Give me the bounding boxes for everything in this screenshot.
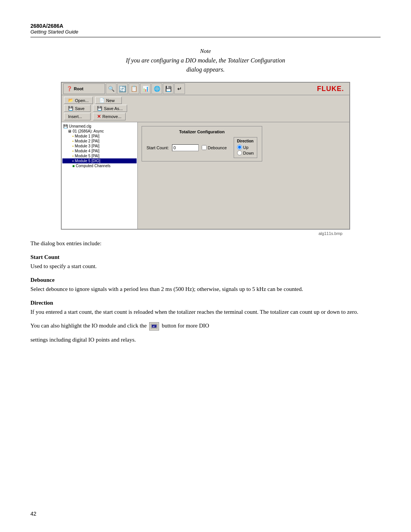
- page-header: 2680A/2686A Getting Started Guide: [30, 23, 381, 37]
- toolbar-enter-icon[interactable]: ↵: [174, 83, 185, 94]
- start-count-input[interactable]: [172, 144, 199, 151]
- root-text: Root: [74, 86, 83, 91]
- direction-body: If you entered a start count, the start …: [30, 307, 381, 316]
- direction-heading: Direction: [30, 298, 381, 307]
- toolbar-chart-icon[interactable]: 📊: [140, 83, 151, 94]
- header-title: 2680A/2686A: [30, 23, 381, 29]
- debounce-checkbox[interactable]: [202, 145, 207, 150]
- tree-item-module1[interactable]: ▪ Module 1 [PAI]: [62, 134, 137, 139]
- direction-box: Direction Up Down: [234, 137, 257, 158]
- tree-item-01[interactable]: 🖥 01 (2686A): Async: [62, 129, 137, 134]
- toolbar-refresh-icon[interactable]: 🔄: [117, 83, 128, 94]
- direction-section: Direction If you entered a start count, …: [30, 298, 381, 316]
- tree-file-icon: 💾: [63, 124, 68, 128]
- tree-item-module3[interactable]: ▪ Module 3 [PAI]: [62, 144, 137, 149]
- debounce-section: Debounce Select debounce to ignore signa…: [30, 275, 381, 294]
- root-icon: ❓: [67, 86, 72, 91]
- header-subtitle: Getting Started Guide: [30, 29, 381, 35]
- note-text: If you are configuring a DIO module, the…: [30, 56, 381, 74]
- io-module-svg: [151, 324, 158, 329]
- save-button[interactable]: 💾 Save: [64, 105, 91, 112]
- root-label: ❓ Root: [63, 83, 105, 94]
- toolbar-clipboard-icon[interactable]: 📋: [129, 83, 139, 94]
- totalizer-row: Start Count: Debounce Direction Up: [147, 137, 257, 158]
- inline-button-icon: [149, 322, 159, 331]
- button-row-1: 📂 Open... 📄 New: [64, 97, 347, 104]
- totalizer-title: Totalizer Configuration: [147, 129, 257, 134]
- remove-button[interactable]: ✕ Remove...: [93, 113, 126, 120]
- direction-up-label[interactable]: Up: [237, 145, 254, 150]
- start-count-heading: Start Count: [30, 252, 381, 262]
- fluke-text: FLUKE.: [317, 85, 344, 93]
- main-content: 💾 Unnamed.clg 🖥 01 (2686A): Async ▪ Modu…: [62, 122, 349, 229]
- remove-x-icon: ✕: [97, 114, 101, 119]
- save-as-button[interactable]: 💾 Save As...: [93, 105, 127, 112]
- new-icon: 📄: [99, 98, 105, 103]
- tree-computed-icon: ■: [72, 164, 75, 168]
- note-label: Note: [30, 48, 381, 54]
- right-panel: Totalizer Configuration Start Count: Deb…: [138, 122, 349, 229]
- fluke-logo: FLUKE.: [313, 83, 348, 94]
- tree-module2-icon: ▪: [72, 139, 74, 143]
- page-number: 42: [30, 511, 37, 517]
- start-count-section: Start Count Used to specify a start coun…: [30, 252, 381, 271]
- open-icon: 📂: [68, 98, 73, 103]
- save-icon: 💾: [68, 106, 73, 111]
- button-row-2: 💾 Save 💾 Save As...: [64, 105, 347, 112]
- start-count-body: Used to specify a start count.: [30, 262, 381, 271]
- footer-text-2: button for more DIO: [162, 323, 209, 329]
- debounce-body: Select debounce to ignore signals with a…: [30, 284, 381, 294]
- app-window: ❓ Root 🔍 🔄 📋 📊 🌐 💾 ↵ FLUKE. 📂: [61, 82, 350, 230]
- direction-down-label[interactable]: Down: [237, 150, 254, 155]
- button-bar: 📂 Open... 📄 New 💾 Save 💾 Sav: [62, 95, 349, 122]
- footer-text: You can also highlight the IO module and…: [30, 321, 381, 331]
- tree-item-module4[interactable]: ▪ Module 4 [PAI]: [62, 149, 137, 153]
- tree-item-unnamed[interactable]: 💾 Unnamed.clg: [62, 124, 137, 129]
- direction-title: Direction: [237, 139, 254, 143]
- tree-module4-icon: ▪: [72, 149, 74, 153]
- totalizer-config-box: Totalizer Configuration Start Count: Deb…: [142, 126, 262, 161]
- open-button[interactable]: 📂 Open...: [64, 97, 93, 104]
- tree-module5pai-icon: ▪: [72, 154, 74, 158]
- tree-item-module5-dio[interactable]: ▪ Module 5 [DIO]: [62, 158, 137, 163]
- save-as-icon: 💾: [97, 106, 102, 111]
- tree-module-icon: ▪: [72, 134, 74, 138]
- screenshot-caption: alg111s.bmp: [319, 231, 342, 236]
- tree-module3-icon: ▪: [72, 144, 74, 148]
- tree-item-module2[interactable]: ▪ Module 2 [PAI]: [62, 139, 137, 144]
- debounce-label[interactable]: Debounce: [202, 145, 227, 150]
- body-intro: The dialog box entries include:: [30, 239, 381, 248]
- debounce-heading: Debounce: [30, 275, 381, 284]
- tree-item-computed[interactable]: ■ Computed Channels: [62, 163, 137, 168]
- note-section: Note If you are configuring a DIO module…: [30, 48, 381, 74]
- direction-down-radio[interactable]: [237, 150, 242, 155]
- footer-text-3: settings including digital IO points and…: [30, 335, 381, 344]
- tree-computer-icon: 🖥: [68, 129, 72, 133]
- toolbar-save-icon[interactable]: 💾: [163, 83, 174, 94]
- tree-module5dio-icon: ▪: [72, 159, 74, 163]
- button-row-3: Insert... ✕ Remove...: [64, 113, 347, 120]
- tree-panel: 💾 Unnamed.clg 🖥 01 (2686A): Async ▪ Modu…: [62, 122, 138, 229]
- start-count-label: Start Count:: [147, 145, 169, 150]
- screenshot-wrapper: ❓ Root 🔍 🔄 📋 📊 🌐 💾 ↵ FLUKE. 📂: [30, 82, 381, 236]
- tree-item-module5-pai[interactable]: ▪ Module 5 [PAI]: [62, 153, 137, 158]
- toolbar-row: ❓ Root 🔍 🔄 📋 📊 🌐 💾 ↵ FLUKE.: [62, 83, 349, 95]
- direction-up-radio[interactable]: [237, 145, 242, 150]
- new-button[interactable]: 📄 New: [95, 97, 122, 104]
- insert-button[interactable]: Insert...: [64, 113, 91, 120]
- toolbar-search-icon[interactable]: 🔍: [106, 83, 116, 94]
- toolbar-globe-icon[interactable]: 🌐: [151, 83, 162, 94]
- footer-text-1: You can also highlight the IO module and…: [30, 323, 147, 329]
